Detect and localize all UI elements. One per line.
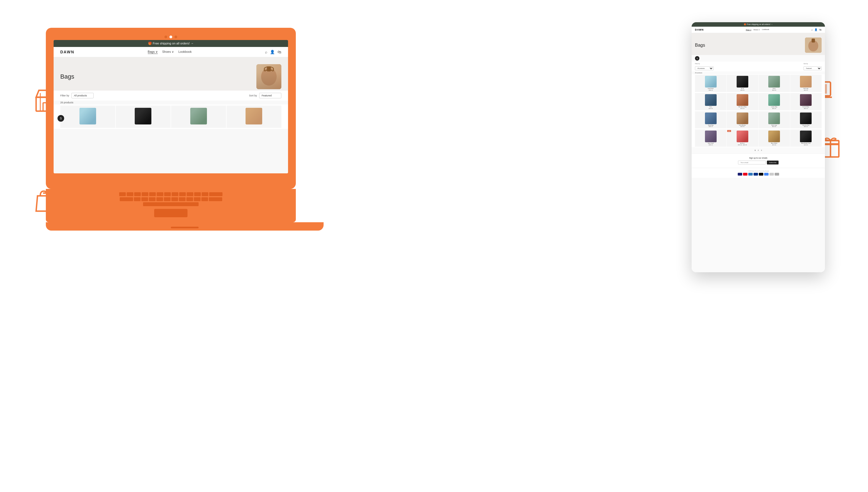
filter-select[interactable]: All products — [71, 93, 94, 98]
phone-product-3[interactable]: Storm $540.00 — [759, 75, 790, 92]
phone-product-6[interactable]: Mini Naomi Bag $315.00 — [726, 93, 758, 110]
laptop-body: 🎁 Free shipping on all orders! → DAWN Ba… — [46, 28, 296, 189]
nav-bags[interactable]: Bags ∨ — [148, 50, 158, 54]
phone-prod-price-1: $480.00 — [709, 90, 712, 91]
key — [209, 192, 223, 196]
key — [156, 197, 163, 201]
filter-group: Filter by All products — [60, 93, 94, 98]
page-3[interactable]: 3 — [761, 149, 762, 151]
product-card-2[interactable] — [116, 105, 171, 128]
phone-promo-text: 🎁 Free shipping on all orders! → — [744, 23, 773, 26]
phone-product-4[interactable]: Puff Large $625.00 — [790, 75, 822, 92]
phone-search-icon[interactable]: ⌕ — [811, 28, 813, 31]
phone-cart-icon[interactable]: 🛍 — [819, 28, 822, 31]
page-1[interactable]: 1 — [755, 149, 756, 151]
phone-nav-lookbook: Lookbook — [762, 29, 769, 31]
phone-prod-price-12: $645.00 — [804, 126, 808, 127]
key — [134, 192, 141, 196]
sort-select[interactable]: Featured — [259, 93, 281, 98]
account-icon[interactable]: 👤 — [270, 50, 275, 54]
phone-product-7[interactable]: Lantern Bag $482.00 — [759, 93, 790, 110]
phone-product-1[interactable]: Small Satch $480.00 — [695, 75, 726, 92]
laptop-keyboard — [46, 189, 296, 222]
phone-nav-bags[interactable]: Bags ∨ — [746, 29, 751, 31]
phone-product-9[interactable]: Studio Bag $485.00 — [695, 112, 726, 129]
sort-group: Sort by Featured — [249, 93, 281, 98]
svg-point-30 — [261, 68, 277, 85]
promo-text: 🎁 Free shipping on all orders! → — [148, 42, 194, 45]
phone-prod-img-2 — [737, 76, 748, 88]
store-hero: Bags — [54, 57, 288, 91]
phone-prod-price-3: $540.00 — [772, 90, 776, 91]
svg-rect-34 — [812, 39, 815, 43]
email-section-title: Sign up to our emails — [695, 157, 822, 159]
phone-prod-price-8: $865.00 — [804, 108, 808, 109]
phone-product-8[interactable]: Bo Soft Wrap $865.00 — [790, 93, 822, 110]
touchpad — [154, 209, 187, 217]
products-count: 26 products — [54, 101, 288, 104]
phone-sort-label: Sort by — [803, 63, 822, 65]
laptop-dot-2 — [170, 35, 172, 38]
search-icon[interactable]: ⌕ — [265, 50, 267, 54]
cart-icon[interactable]: 🛍 — [278, 50, 281, 54]
phone-product-11[interactable]: Hobo Large $610.00 — [759, 112, 790, 129]
key — [179, 197, 185, 201]
phone-prod-price-15: $210.00 — [772, 144, 776, 146]
phone-product-14[interactable]: sale Art Deco $319.00 - $169.00 — [726, 129, 758, 147]
phone-product-12[interactable]: Boredom Bag $645.00 — [790, 112, 822, 129]
phone-prod-img-13 — [705, 130, 717, 142]
product-card-1[interactable] — [60, 105, 115, 128]
phone-shopify-badge: S — [695, 56, 699, 60]
hero-bag-image — [256, 64, 281, 89]
key — [194, 192, 201, 196]
email-input[interactable] — [738, 161, 766, 165]
key — [187, 192, 193, 196]
phone-product-16[interactable]: Miami Acrylic Case $119.00 — [790, 129, 822, 147]
phone-product-15[interactable]: Miami Wallet $210.00 — [759, 129, 790, 147]
bag-svg — [256, 64, 281, 89]
phone-product-5[interactable]: Paris $479.00 — [695, 93, 726, 110]
phone-prod-img-12 — [800, 113, 812, 124]
nav-shoes: Shoes ∨ — [162, 50, 174, 54]
promo-bar: 🎁 Free shipping on all orders! → — [54, 40, 288, 47]
phone-page-title: Bags — [695, 43, 705, 48]
product-card-3[interactable] — [171, 105, 226, 128]
phone-product-2[interactable]: Bo kd $300.00 — [726, 75, 758, 92]
email-row: Subscribe — [695, 161, 822, 165]
product-image-2 — [135, 108, 151, 124]
phone-sort-select[interactable]: Featured — [803, 66, 822, 70]
phone-account-icon[interactable]: 👤 — [814, 28, 817, 31]
key — [202, 192, 208, 196]
key — [157, 192, 163, 196]
key — [134, 197, 141, 201]
key — [149, 197, 156, 201]
laptop-mockup: 🎁 Free shipping on all orders! → DAWN Ba… — [46, 28, 296, 228]
phone-bag-svg — [805, 38, 822, 53]
phone-products-count: 26 products — [692, 71, 825, 74]
subscribe-button[interactable]: Subscribe — [767, 161, 779, 165]
payment-icons — [695, 173, 822, 176]
phone-filter-select[interactable]: All products — [695, 66, 714, 70]
products-grid — [54, 104, 288, 129]
phone-nav-icons: ⌕ 👤 🛍 — [811, 28, 822, 31]
key — [171, 197, 178, 201]
filter-label: Filter by — [60, 94, 69, 97]
phone-product-13[interactable]: Hako Small $395.00 — [695, 129, 726, 147]
nav-lookbook: Lookbook — [178, 50, 192, 54]
product-image-4 — [246, 108, 262, 124]
shopify-badge: S — [57, 115, 64, 122]
phone-body: 🎁 Free shipping on all orders! → DAWN Ba… — [692, 22, 825, 272]
page-2[interactable]: 2 — [758, 149, 759, 151]
phone-prod-price-2: $300.00 — [741, 90, 744, 91]
product-card-4[interactable] — [227, 105, 282, 128]
key — [127, 192, 133, 196]
key — [201, 197, 208, 201]
key — [164, 192, 171, 196]
scene: % 🎁 Free shipping on all orders! → DAWN … — [0, 0, 868, 492]
key — [119, 192, 126, 196]
key-row-3 — [52, 202, 290, 206]
phone-prod-img-7 — [768, 94, 780, 106]
footer-text: © 2023 Dawn Theme. Powered by Shopify — [695, 170, 822, 172]
phone-products-grid-row1: Small Satch $480.00 Bo kd $300.00 Storm … — [692, 74, 825, 93]
phone-product-10[interactable]: Hobo Medium $420.00 — [726, 112, 758, 129]
